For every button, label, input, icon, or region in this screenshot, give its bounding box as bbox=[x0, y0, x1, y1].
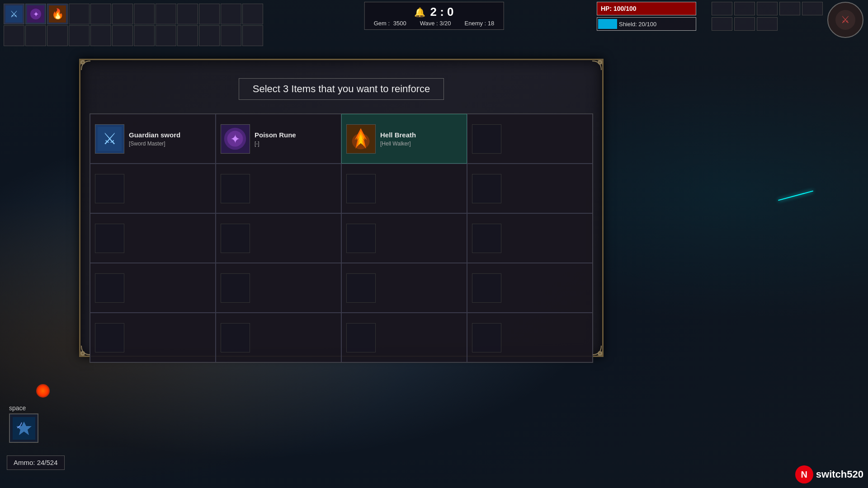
inventory-slot-7[interactable] bbox=[134, 4, 155, 24]
nintendo-text: switch520 bbox=[816, 469, 863, 480]
inventory-slot-6[interactable] bbox=[112, 4, 133, 24]
items-grid: ⚔ Guardian sword [Sword Master] ✦ Poison… bbox=[90, 113, 593, 363]
item-cell-17[interactable] bbox=[90, 313, 216, 362]
item-cell-14[interactable] bbox=[216, 263, 341, 313]
svg-point-14 bbox=[82, 352, 84, 354]
inventory-slot-8[interactable] bbox=[156, 4, 176, 24]
item-cell-18[interactable] bbox=[216, 313, 341, 362]
nintendo-logo: N bbox=[795, 465, 813, 483]
hp-text: HP: 100/100 bbox=[601, 5, 637, 12]
inventory-slot-13[interactable] bbox=[4, 25, 24, 46]
shield-bar: Shield: 20/100 bbox=[597, 17, 696, 31]
inventory-row-1: ⚔ ✦ 🔥 bbox=[4, 4, 263, 24]
item-icon-1: ⚔ bbox=[95, 124, 124, 154]
space-skill-icon bbox=[13, 417, 35, 440]
item-icon-19 bbox=[346, 323, 376, 352]
item-subtitle-2: [-] bbox=[255, 141, 296, 147]
inventory-slot-5[interactable] bbox=[90, 4, 111, 24]
item-cell-19[interactable] bbox=[341, 313, 467, 362]
item-cell-11[interactable] bbox=[341, 213, 467, 263]
item-icon-9 bbox=[95, 224, 124, 253]
inventory-slot-2[interactable]: ✦ bbox=[25, 4, 46, 24]
hp-bar: HP: 100/100 bbox=[597, 2, 696, 15]
stat-slot-6[interactable] bbox=[712, 17, 732, 31]
space-slot[interactable] bbox=[9, 413, 38, 443]
inventory-slot-10[interactable] bbox=[199, 4, 220, 24]
item-cell-1[interactable]: ⚔ Guardian sword [Sword Master] bbox=[90, 114, 216, 164]
inventory-slot-24[interactable] bbox=[242, 25, 263, 46]
inventory-slot-14[interactable] bbox=[25, 25, 46, 46]
wave-display: Wave : 3/20 bbox=[420, 20, 451, 27]
inventory-slot-17[interactable] bbox=[90, 25, 111, 46]
item-icon-18 bbox=[221, 323, 250, 352]
inventory-slots: ⚔ ✦ 🔥 bbox=[2, 2, 265, 48]
dialog-title-text: Select 3 Items that you want to reinforc… bbox=[253, 83, 430, 94]
item-cell-16[interactable] bbox=[467, 263, 593, 313]
inventory-slot-12[interactable] bbox=[242, 4, 263, 24]
stat-slot-8[interactable] bbox=[757, 17, 778, 31]
inventory-slot-1[interactable]: ⚔ bbox=[4, 4, 24, 24]
stat-slot-7[interactable] bbox=[734, 17, 755, 31]
inventory-slot-3[interactable]: 🔥 bbox=[47, 4, 68, 24]
inventory-slot-1-icon: ⚔ bbox=[5, 5, 23, 23]
stat-slot-5[interactable] bbox=[802, 2, 823, 15]
score-main-display: 🔔 2 : 0 bbox=[414, 5, 453, 19]
item-icon-20 bbox=[472, 323, 501, 352]
score-value: 2 : 0 bbox=[430, 5, 453, 19]
item-icon-15 bbox=[346, 273, 376, 303]
stat-slot-2[interactable] bbox=[734, 2, 755, 15]
item-name-2: Poison Rune bbox=[255, 131, 296, 139]
item-cell-3[interactable]: Hell Breath [Hell Walker] bbox=[341, 114, 467, 164]
item-cell-8[interactable] bbox=[467, 164, 593, 213]
item-cell-9[interactable] bbox=[90, 213, 216, 263]
item-cell-2[interactable]: ✦ Poison Rune [-] bbox=[216, 114, 341, 164]
stat-slot-3[interactable] bbox=[757, 2, 778, 15]
item-cell-13[interactable] bbox=[90, 263, 216, 313]
nintendo-area: N switch520 bbox=[795, 465, 863, 483]
svg-text:⚔: ⚔ bbox=[103, 129, 117, 147]
ammo-text: Ammo: 24/524 bbox=[14, 459, 58, 466]
stat-slot-1[interactable] bbox=[712, 2, 732, 15]
item-cell-10[interactable] bbox=[216, 213, 341, 263]
item-cell-5[interactable] bbox=[90, 164, 216, 213]
inventory-slot-23[interactable] bbox=[221, 25, 241, 46]
item-icon-12 bbox=[472, 224, 501, 253]
inventory-slot-11[interactable] bbox=[221, 4, 241, 24]
corner-tr bbox=[579, 59, 604, 84]
item-cell-20[interactable] bbox=[467, 313, 593, 362]
svg-point-10 bbox=[82, 61, 84, 63]
item-icon-4 bbox=[472, 124, 501, 154]
item-name-1: Guardian sword bbox=[129, 131, 180, 139]
svg-text:✦: ✦ bbox=[230, 131, 241, 145]
item-cell-7[interactable] bbox=[341, 164, 467, 213]
item-icon-5 bbox=[95, 174, 124, 203]
inventory-slot-21[interactable] bbox=[177, 25, 198, 46]
item-cell-4[interactable] bbox=[467, 114, 593, 164]
item-cell-6[interactable] bbox=[216, 164, 341, 213]
shield-text: Shield: 20/100 bbox=[619, 21, 656, 28]
space-label: space bbox=[9, 404, 38, 412]
inventory-slot-19[interactable] bbox=[134, 25, 155, 46]
stat-slots-row-1 bbox=[712, 2, 823, 15]
score-details: Gem : 3500 Wave : 3/20 Enemy : 18 bbox=[374, 20, 495, 27]
item-icon-2: ✦ bbox=[221, 124, 250, 154]
inventory-slot-16[interactable] bbox=[69, 25, 90, 46]
inventory-slot-9[interactable] bbox=[177, 4, 198, 24]
svg-text:⚔: ⚔ bbox=[10, 9, 18, 19]
item-cell-15[interactable] bbox=[341, 263, 467, 313]
inventory-slot-20[interactable] bbox=[156, 25, 176, 46]
stat-slot-4[interactable] bbox=[779, 2, 800, 15]
inventory-slot-15[interactable] bbox=[47, 25, 68, 46]
item-icon-7 bbox=[346, 174, 376, 203]
orange-glow-effect bbox=[36, 384, 50, 398]
stat-slots-row-2 bbox=[712, 17, 823, 31]
enemy-display: Enemy : 18 bbox=[465, 20, 495, 27]
inventory-slot-22[interactable] bbox=[199, 25, 220, 46]
item-cell-12[interactable] bbox=[467, 213, 593, 263]
avatar: ⚔ bbox=[827, 2, 863, 38]
item-icon-13 bbox=[95, 273, 124, 303]
item-icon-14 bbox=[221, 273, 250, 303]
inventory-slot-18[interactable] bbox=[112, 25, 133, 46]
status-bars: HP: 100/100 Shield: 20/100 bbox=[597, 2, 696, 31]
inventory-slot-4[interactable] bbox=[69, 4, 90, 24]
